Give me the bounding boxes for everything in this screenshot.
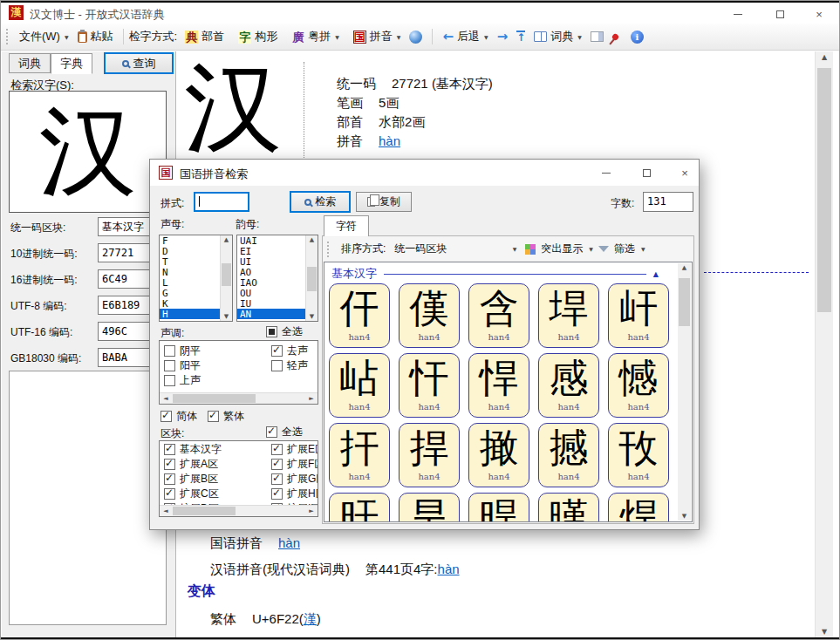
list-item[interactable]: IU [237, 298, 305, 309]
scroll-down-icon[interactable]: ▼ [221, 313, 232, 320]
yunmu-scrollbar[interactable]: ▲ ▼ [305, 235, 318, 321]
scroll-left-icon[interactable]: ◄ [160, 393, 172, 404]
globe-button[interactable] [405, 28, 427, 46]
scroll-right-icon[interactable]: ► [305, 506, 318, 516]
char-card[interactable]: 旱han4 [399, 493, 460, 521]
list-item[interactable]: N [160, 267, 220, 277]
scroll-up-icon[interactable]: ▲ [678, 264, 691, 271]
checkbox-item[interactable]: 阴平 [164, 344, 201, 358]
checkbox-item[interactable]: 扩展A区 [164, 457, 222, 472]
char-card[interactable]: 垾han4 [538, 283, 599, 348]
list-item[interactable]: K [160, 298, 220, 309]
checkbox-icon[interactable] [164, 488, 175, 500]
char-card[interactable]: 感han4 [538, 353, 599, 418]
char-card[interactable]: 晘han4 [468, 493, 529, 521]
char-card[interactable]: 暵han4 [538, 493, 599, 521]
checkbox-item[interactable]: 扩展G区 [271, 472, 318, 487]
toolbar-mode-粤拼[interactable]: 廣粤拼▼ [287, 26, 344, 47]
checkbox-icon[interactable] [164, 459, 175, 470]
group-header[interactable]: 基本汉字 ▲ [331, 266, 659, 282]
toolbar-mode-拼音[interactable]: 国拼音▼ [349, 26, 406, 47]
highlight-button[interactable]: 突出显示 [541, 242, 583, 256]
list-item[interactable]: IAO [237, 277, 305, 288]
scroll-thumb[interactable] [173, 507, 236, 515]
collapse-icon[interactable]: ▲ [653, 270, 659, 278]
char-card[interactable]: 攼han4 [608, 423, 669, 487]
variant-link[interactable]: 漢 [304, 611, 317, 626]
minimize-button[interactable] [723, 4, 753, 24]
checkbox-icon[interactable] [266, 326, 277, 337]
char-card[interactable]: 含han4 [468, 283, 529, 348]
checkbox-item[interactable]: 基本汉字 [164, 442, 222, 457]
toolbar-mode-构形[interactable]: 字构形 [234, 26, 282, 47]
checkbox-icon[interactable] [271, 473, 283, 485]
layout-button[interactable] [586, 29, 608, 44]
checkbox-item[interactable]: 扩展F区 [271, 457, 318, 472]
char-card[interactable]: 焊han4 [608, 493, 669, 521]
list-item[interactable]: D [160, 246, 220, 256]
scroll-up-icon[interactable]: ▲ [816, 53, 833, 61]
list-item[interactable]: L [160, 277, 220, 288]
sort-combobox[interactable]: 统一码区块▼ [391, 241, 520, 258]
copy-button[interactable]: 复制 [356, 192, 412, 212]
yunmu-list[interactable]: UAIEIUIAOIAOOUIUAN ▲ ▼ [236, 235, 318, 322]
list-item[interactable]: T [160, 256, 220, 267]
scroll-thumb[interactable] [817, 68, 831, 312]
checkbox-icon[interactable] [271, 459, 283, 470]
list-item[interactable]: AO [237, 267, 305, 277]
char-card[interactable]: 岾han4 [329, 353, 390, 418]
list-item[interactable]: UAI [237, 235, 305, 246]
filter-button[interactable]: 筛选 [614, 242, 635, 256]
checkbox-item[interactable]: 轻声 [271, 358, 308, 373]
scroll-left-icon[interactable]: ◄ [160, 506, 172, 516]
about-button[interactable]: i [626, 28, 648, 46]
checkbox-icon[interactable] [164, 360, 175, 371]
tab-characters[interactable]: 字符 [324, 215, 369, 236]
file-menu[interactable]: 文件(W)▼ [15, 26, 73, 47]
char-card[interactable]: 悍han4 [468, 353, 529, 418]
dictionary-button[interactable]: 词典▼ [529, 26, 586, 47]
tone-select-all[interactable]: 全选 [266, 324, 303, 339]
checkbox-icon[interactable] [160, 411, 172, 422]
list-item[interactable]: EI [237, 246, 305, 256]
close-button[interactable]: × [804, 4, 834, 24]
checkbox-item[interactable]: 扩展E区 [271, 442, 318, 457]
paste-button[interactable]: 粘贴 [73, 26, 118, 47]
list-item[interactable]: AN [237, 309, 305, 319]
pinyin-input[interactable] [194, 192, 249, 212]
block-hscrollbar[interactable]: ◄ ► [160, 505, 318, 516]
checkbox-icon[interactable] [266, 426, 277, 438]
traditional-checkbox[interactable]: 繁体 [208, 409, 244, 424]
forward-button[interactable]: → [493, 26, 513, 47]
back-button[interactable]: ←后退▼ [438, 26, 492, 47]
search-button[interactable]: 检索 [290, 191, 351, 213]
char-card[interactable]: 捍han4 [399, 423, 460, 487]
scroll-down-icon[interactable]: ▼ [816, 628, 833, 636]
grid-scrollbar[interactable]: ▲ ▼ [678, 263, 691, 521]
tone-listbox[interactable]: 阴平阳平上声 去声轻声 ◄ ► [159, 340, 318, 405]
dialog-maximize-button[interactable] [631, 161, 662, 184]
result-listbox[interactable] [9, 371, 167, 625]
checkbox-icon[interactable] [271, 444, 283, 455]
dialog-minimize-button[interactable] [591, 161, 622, 184]
char-card[interactable]: 忓han4 [399, 353, 460, 418]
char-card[interactable]: 旰han4 [329, 493, 390, 521]
list-item[interactable]: G [160, 288, 220, 298]
scroll-thumb[interactable] [173, 394, 256, 403]
checkbox-icon[interactable] [164, 444, 175, 455]
scroll-right-icon[interactable]: ► [305, 393, 318, 404]
checkbox-item[interactable]: 扩展C区 [164, 487, 222, 501]
scroll-down-icon[interactable]: ▼ [306, 313, 318, 320]
go-top-button[interactable]: ↑ [512, 28, 529, 45]
tab-cidian[interactable]: 词典 [9, 53, 51, 73]
checkbox-icon[interactable] [271, 345, 283, 357]
scroll-thumb[interactable] [307, 267, 317, 291]
main-scrollbar[interactable]: ▲ ▼ [815, 51, 833, 637]
char-card[interactable]: 撼han4 [538, 423, 599, 487]
toolbar-mode-部首[interactable]: 典部首 [181, 26, 229, 47]
list-item[interactable]: F [160, 235, 220, 246]
shengmu-scrollbar[interactable]: ▲ ▼ [220, 235, 232, 321]
checkbox-icon[interactable] [164, 375, 175, 386]
char-card[interactable]: 撖han4 [468, 423, 529, 487]
scroll-up-icon[interactable]: ▲ [221, 236, 232, 243]
